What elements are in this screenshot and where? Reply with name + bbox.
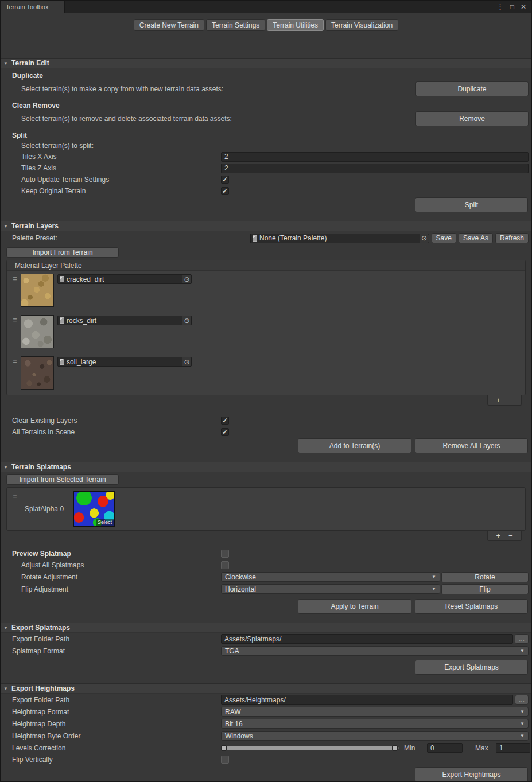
dropdown-arrow-icon: ▼ [432, 586, 436, 592]
layer-thumbnail-rocks-dirt[interactable] [21, 315, 54, 348]
drag-handle-icon[interactable]: = [9, 315, 21, 324]
add-splatmap-button[interactable]: + [496, 532, 500, 540]
splatmap-row[interactable]: = SplatAlpha 0 Select [7, 488, 525, 530]
tiles-x-input[interactable]: 2 [221, 152, 529, 162]
flip-vertically-checkbox[interactable]: ✓ [221, 756, 229, 764]
terrain-edit-header[interactable]: ▼ Terrain Edit [1, 58, 531, 68]
import-from-terrain-button[interactable]: Import From Terrain [6, 247, 119, 258]
foldout-arrow-icon[interactable]: ▼ [3, 686, 11, 691]
preview-splatmap-checkbox[interactable]: ✓ [221, 550, 229, 558]
window-tab[interactable]: Terrain Toolbox [1, 1, 65, 13]
layer-object-field[interactable]: rocks_dirt ⊙ [57, 316, 192, 325]
save-button[interactable]: Save [432, 233, 456, 243]
import-from-selected-terrain-button[interactable]: Import from Selected Terrain [6, 474, 119, 485]
rotate-adjustment-label: Rotate Adjustment [12, 573, 221, 581]
tiles-z-input[interactable]: 2 [221, 164, 529, 173]
rotate-adjustment-dropdown[interactable]: Clockwise ▼ [221, 572, 440, 582]
all-terrains-in-scene-checkbox[interactable]: ✓ [221, 428, 229, 436]
max-label: Max [475, 744, 491, 752]
splatmap-format-dropdown[interactable]: TGA ▼ [221, 646, 529, 656]
heightmap-format-dropdown[interactable]: RAW ▼ [221, 707, 529, 717]
tab-terrain-utilities[interactable]: Terrain Utilities [267, 19, 324, 31]
drag-handle-icon[interactable]: = [9, 491, 21, 500]
slider-max-thumb[interactable] [392, 745, 398, 751]
split-heading: Split [12, 131, 27, 139]
slider-min-thumb[interactable] [221, 745, 227, 751]
apply-to-terrain-button[interactable]: Apply to Terrain [298, 599, 411, 614]
export-splatmaps-button[interactable]: Export Splatmaps [415, 660, 528, 675]
keep-original-checkbox[interactable]: ✓ [221, 187, 229, 195]
heightmap-byte-order-value: Windows [225, 732, 253, 740]
max-input[interactable]: 1 [496, 743, 530, 753]
asset-icon [60, 359, 64, 365]
splatmap-select-button[interactable]: Select [96, 519, 114, 526]
remove-layer-button[interactable]: − [508, 396, 513, 404]
refresh-button[interactable]: Refresh [495, 233, 529, 243]
window-close-icon[interactable]: ✕ [521, 3, 526, 11]
export-splatmaps-title: Export Splatmaps [11, 624, 70, 632]
object-picker-icon[interactable]: ⊙ [182, 357, 191, 366]
export-splatmaps-folder-input[interactable]: Assets/Splatmaps/ [221, 634, 513, 644]
tab-label: Terrain Settings [212, 21, 259, 29]
layer-thumbnail-cracked-dirt[interactable] [21, 274, 54, 307]
splatmap-thumbnail[interactable]: Select [73, 491, 115, 527]
duplicate-button[interactable]: Duplicate [415, 81, 529, 96]
adjust-all-splatmaps-checkbox[interactable]: ✓ [221, 561, 229, 569]
object-picker-icon[interactable]: ⊙ [182, 316, 191, 325]
clear-existing-layers-checkbox[interactable]: ✓ [221, 417, 229, 425]
add-layer-button[interactable]: + [496, 396, 500, 404]
layer-thumbnail-soil-large[interactable] [21, 356, 54, 390]
add-to-terrains-button[interactable]: Add to Terrain(s) [298, 438, 411, 453]
layer-row-rocks-dirt[interactable]: = rocks_dirt ⊙ [7, 312, 525, 353]
export-heightmaps-button[interactable]: Export Heightmaps [415, 767, 528, 782]
drag-handle-icon[interactable]: = [9, 274, 21, 283]
remove-button[interactable]: Remove [415, 111, 529, 126]
flip-adjustment-dropdown[interactable]: Horizontal ▼ [221, 584, 440, 594]
window-menu-icon[interactable]: ⋮ [497, 3, 504, 11]
layer-row-cracked-dirt[interactable]: = cracked_dirt ⊙ [7, 271, 525, 312]
min-input[interactable]: 0 [427, 743, 463, 753]
foldout-arrow-icon[interactable]: ▼ [3, 465, 11, 470]
foldout-arrow-icon[interactable]: ▼ [3, 61, 11, 66]
tab-terrain-settings[interactable]: Terrain Settings [206, 19, 265, 31]
tab-create-new-terrain[interactable]: Create New Terrain [134, 19, 204, 31]
layer-row-soil-large[interactable]: = soil_large ⊙ [7, 353, 525, 395]
object-picker-icon[interactable]: ⊙ [182, 275, 191, 283]
heightmap-byte-order-dropdown[interactable]: Windows ▼ [221, 731, 529, 741]
tiles-x-label: Tiles X Axis [12, 153, 221, 161]
foldout-arrow-icon[interactable]: ▼ [3, 625, 11, 631]
levels-correction-slider[interactable] [221, 744, 399, 753]
dropdown-arrow-icon: ▼ [432, 574, 436, 579]
export-heightmaps-folder-input[interactable]: Assets/Heightmaps/ [221, 695, 513, 705]
adjust-all-splatmaps-label: Adjust All Splatmaps [12, 561, 221, 569]
terrain-layers-header[interactable]: ▼ Terrain Layers [1, 221, 531, 231]
object-picker-icon[interactable]: ⊙ [420, 234, 429, 243]
reset-splatmaps-button[interactable]: Reset Splatmaps [415, 599, 528, 614]
terrain-splatmaps-header[interactable]: ▼ Terrain Splatmaps [1, 462, 531, 472]
duplicate-description: Select terrain(s) to make a copy from wi… [12, 85, 415, 93]
terrain-layers-title: Terrain Layers [11, 222, 59, 230]
window-maximize-icon[interactable]: □ [510, 3, 514, 11]
layer-object-field[interactable]: cracked_dirt ⊙ [57, 274, 192, 284]
export-heightmaps-browse-button[interactable]: ... [515, 695, 529, 705]
save-as-button[interactable]: Save As [459, 233, 493, 243]
foldout-arrow-icon[interactable]: ▼ [3, 224, 11, 229]
layer-object-field[interactable]: soil_large ⊙ [57, 357, 192, 367]
layer-name: soil_large [67, 358, 96, 366]
export-heightmaps-header[interactable]: ▼ Export Heightmaps [1, 683, 531, 694]
remove-splatmap-button[interactable]: − [508, 532, 513, 540]
split-button[interactable]: Split [415, 197, 528, 212]
terrain-toolbox-window: { "icons": { "foldout": "▼", "dropdown":… [0, 0, 532, 782]
export-splatmaps-header[interactable]: ▼ Export Splatmaps [1, 623, 531, 633]
export-splatmaps-browse-button[interactable]: ... [515, 634, 529, 644]
palette-preset-object-field[interactable]: None (Terrain Palette) ⊙ [250, 234, 429, 243]
rotate-button[interactable]: Rotate [441, 572, 529, 582]
heightmap-depth-dropdown[interactable]: Bit 16 ▼ [221, 719, 529, 729]
auto-update-checkbox[interactable]: ✓ [221, 176, 229, 184]
flip-button[interactable]: Flip [441, 584, 529, 594]
tab-terrain-visualization[interactable]: Terrain Visualization [325, 19, 398, 31]
dropdown-arrow-icon: ▼ [520, 733, 525, 738]
terrain-splatmaps-title: Terrain Splatmaps [11, 463, 71, 471]
remove-all-layers-button[interactable]: Remove All Layers [415, 438, 528, 453]
drag-handle-icon[interactable]: = [9, 356, 21, 365]
